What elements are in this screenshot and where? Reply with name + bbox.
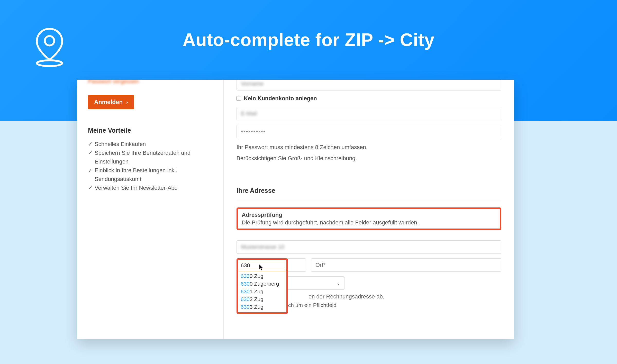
address-heading: Ihre Adresse: [237, 187, 501, 194]
suggestion-item[interactable]: 6303 Zug: [238, 303, 286, 311]
chevron-right-icon: ›: [126, 99, 128, 105]
benefits-heading: Meine Vorteile: [88, 127, 213, 134]
password-field[interactable]: ••••••••••: [237, 125, 501, 138]
no-account-checkbox[interactable]: [237, 96, 241, 101]
suggestion-item[interactable]: 6300 Zugerberg: [238, 280, 286, 288]
forgot-password-link[interactable]: Passwort vergessen: [88, 80, 139, 85]
svg-point-0: [45, 36, 54, 46]
list-item: Schnelles Einkaufen: [88, 140, 213, 149]
form-main: Vorname Kein Kundenkonto anlegen E-Mail …: [224, 80, 514, 339]
login-button[interactable]: Anmelden ›: [88, 95, 134, 109]
list-item: Einblick in Ihre Bestellungen inkl. Send…: [88, 166, 213, 184]
suggestion-item[interactable]: 6302 Zug: [238, 295, 286, 303]
zip-city-row: 6300 Zug 6300 Zugerberg 6301 Zug 6302 Zu…: [237, 258, 501, 272]
zip-input[interactable]: [238, 260, 286, 271]
hero-title: Auto-complete for ZIP -> City: [183, 30, 434, 50]
zip-suggestions: 6300 Zug 6300 Zugerberg 6301 Zug 6302 Zu…: [238, 271, 286, 312]
suggestion-item[interactable]: 6300 Zug: [238, 272, 286, 280]
password-hint: Ihr Passwort muss mindestens 8 Zeichen u…: [237, 143, 501, 151]
benefits-list: Schnelles Einkaufen Speichern Sie Ihre B…: [88, 140, 213, 193]
location-pin-icon: [31, 27, 68, 68]
suggestion-item[interactable]: 6301 Zug: [238, 288, 286, 295]
login-button-label: Anmelden: [94, 99, 123, 106]
callout-title: Adressprüfung: [242, 212, 496, 218]
address-validation-callout: Adressprüfung Die Prüfung wird durchgefü…: [237, 207, 501, 230]
list-item: Verwalten Sie Ihr Newsletter-Abo: [88, 184, 213, 192]
divider: [237, 201, 501, 201]
no-account-label: Kein Kundenkonto anlegen: [244, 95, 317, 102]
screenshot-card: Passwort vergessen Anmelden › Meine Vort…: [77, 80, 514, 339]
callout-text: Die Prüfung wird durchgeführt, nachdem a…: [242, 219, 496, 226]
svg-point-1: [37, 60, 62, 66]
zip-autocomplete-highlight: 6300 Zug 6300 Zugerberg 6301 Zug 6302 Zu…: [237, 258, 288, 314]
no-account-checkbox-row[interactable]: Kein Kundenkonto anlegen: [237, 95, 501, 102]
city-input[interactable]: [311, 258, 501, 272]
chevron-down-icon: ⌄: [336, 280, 341, 286]
list-item: Speichern Sie Ihre Benutzerdaten und Ein…: [88, 149, 213, 166]
street-field[interactable]: Musterstrasse 10: [237, 240, 501, 254]
password-hint-2: Berücksichtigen Sie Groß- und Kleinschre…: [237, 154, 501, 162]
email-field[interactable]: E-Mail: [237, 107, 501, 120]
firstname-field[interactable]: Vorname: [237, 80, 501, 90]
sidebar: Passwort vergessen Anmelden › Meine Vort…: [77, 80, 224, 339]
